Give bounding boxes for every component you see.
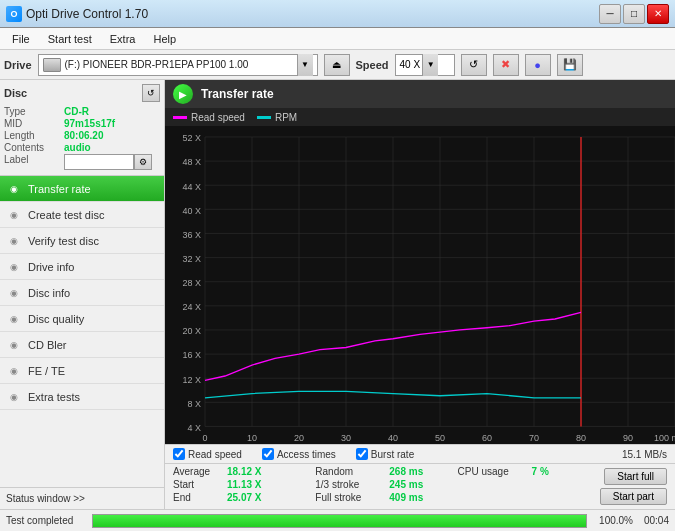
drive-text: (F:) PIONEER BDR-PR1EPA PP100 1.00 <box>65 59 293 70</box>
nav-disc-info[interactable]: ◉ Disc info <box>0 280 164 306</box>
svg-text:50: 50 <box>435 431 445 442</box>
start-part-button[interactable]: Start part <box>600 488 667 505</box>
burst-rate-value: 15.1 MB/s <box>622 449 667 460</box>
svg-text:28 X: 28 X <box>182 277 201 288</box>
menu-start-test[interactable]: Start test <box>40 31 100 47</box>
stats-stroke2-label: Full stroke <box>315 492 385 503</box>
chart-canvas: 52 X 48 X 44 X 40 X 36 X 32 X 28 X 24 X … <box>165 126 675 444</box>
cb-access-times-label: Access times <box>277 449 336 460</box>
chart-below: Read speed Access times Burst rate 15.1 … <box>165 444 675 509</box>
nav-extra-tests[interactable]: ◉ Extra tests <box>0 384 164 410</box>
nav-disc-quality-label: Disc quality <box>28 313 84 325</box>
label-settings-button[interactable]: ⚙ <box>134 154 152 170</box>
disc-type-row: Type CD-R <box>4 106 160 117</box>
eject-button[interactable]: ⏏ <box>324 54 350 76</box>
cb-burst-rate-label: Burst rate <box>371 449 414 460</box>
stats-col-mid: Random 268 ms 1/3 stroke 245 ms Full str… <box>315 466 457 507</box>
nav-cd-bler-label: CD Bler <box>28 339 67 351</box>
stats-average-value: 18.12 X <box>227 466 282 477</box>
svg-text:12 X: 12 X <box>182 373 201 384</box>
stats-end-row: End 25.07 X <box>173 492 315 503</box>
disc-contents-row: Contents audio <box>4 142 160 153</box>
svg-text:10: 10 <box>247 431 257 442</box>
menu-file[interactable]: File <box>4 31 38 47</box>
refresh-speed-button[interactable]: ↺ <box>461 54 487 76</box>
verify-test-disc-icon: ◉ <box>6 233 22 249</box>
main-layout: Disc ↺ Type CD-R MID 97m15s17f Length 80… <box>0 80 675 509</box>
svg-text:0: 0 <box>202 431 207 442</box>
speed-select[interactable]: 40 X ▼ <box>395 54 455 76</box>
nav-disc-quality[interactable]: ◉ Disc quality <box>0 306 164 332</box>
cb-access-times-input[interactable] <box>262 448 274 460</box>
drive-info-icon: ◉ <box>6 259 22 275</box>
create-test-disc-icon: ◉ <box>6 207 22 223</box>
svg-text:80: 80 <box>576 431 586 442</box>
rip-button[interactable]: ● <box>525 54 551 76</box>
disc-refresh-button[interactable]: ↺ <box>142 84 160 102</box>
speed-dropdown-arrow[interactable]: ▼ <box>422 54 438 76</box>
nav-drive-info[interactable]: ◉ Drive info <box>0 254 164 280</box>
cd-bler-icon: ◉ <box>6 337 22 353</box>
disc-title: Disc <box>4 87 27 99</box>
stats-cpu-row: CPU usage 7 % <box>458 466 600 477</box>
extra-tests-icon: ◉ <box>6 389 22 405</box>
drive-label: Drive <box>4 59 32 71</box>
nav-disc-info-label: Disc info <box>28 287 70 299</box>
chart-header: ▶ Transfer rate <box>165 80 675 108</box>
nav-items: ◉ Transfer rate ◉ Create test disc ◉ Ver… <box>0 176 164 487</box>
svg-rect-0 <box>165 126 675 444</box>
status-window-label: Status window >> <box>6 493 85 504</box>
svg-text:40: 40 <box>388 431 398 442</box>
status-window-bar[interactable]: Status window >> <box>0 487 164 509</box>
chart-title: Transfer rate <box>201 87 274 101</box>
disc-quality-icon: ◉ <box>6 311 22 327</box>
cb-access-times: Access times <box>262 448 336 460</box>
speed-value: 40 X <box>400 59 421 70</box>
disc-mid-label: MID <box>4 118 64 129</box>
menu-extra[interactable]: Extra <box>102 31 144 47</box>
chart-legend: Read speed RPM <box>165 108 675 126</box>
nav-create-test-disc-label: Create test disc <box>28 209 104 221</box>
drive-dropdown-arrow[interactable]: ▼ <box>297 54 313 76</box>
nav-cd-bler[interactable]: ◉ CD Bler <box>0 332 164 358</box>
cb-burst-rate: Burst rate <box>356 448 414 460</box>
legend-read-speed-color <box>173 116 187 119</box>
legend-rpm: RPM <box>257 112 297 123</box>
cb-burst-rate-input[interactable] <box>356 448 368 460</box>
start-full-button[interactable]: Start full <box>604 468 667 485</box>
title-bar: O Opti Drive Control 1.70 ─ □ ✕ <box>0 0 675 28</box>
disc-section: Disc ↺ Type CD-R MID 97m15s17f Length 80… <box>0 80 164 176</box>
svg-text:40 X: 40 X <box>182 204 201 215</box>
stats-stroke1-label: 1/3 stroke <box>315 479 385 490</box>
nav-create-test-disc[interactable]: ◉ Create test disc <box>0 202 164 228</box>
save-button[interactable]: 💾 <box>557 54 583 76</box>
checkboxes-row: Read speed Access times Burst rate 15.1 … <box>165 445 675 464</box>
disc-contents-label: Contents <box>4 142 64 153</box>
disc-label-label: Label <box>4 154 64 170</box>
nav-verify-test-disc[interactable]: ◉ Verify test disc <box>0 228 164 254</box>
svg-text:32 X: 32 X <box>182 253 201 264</box>
nav-transfer-rate[interactable]: ◉ Transfer rate <box>0 176 164 202</box>
stats-col-right: CPU usage 7 % <box>458 466 600 507</box>
chart-icon: ▶ <box>173 84 193 104</box>
nav-fe-te[interactable]: ◉ FE / TE <box>0 358 164 384</box>
erase-button[interactable]: ✖ <box>493 54 519 76</box>
menu-help[interactable]: Help <box>145 31 184 47</box>
bottom-bar: Test completed 100.0% 00:04 <box>0 509 675 531</box>
status-text: Test completed <box>6 515 86 526</box>
app-icon: O <box>6 6 22 22</box>
stats-stroke2-row: Full stroke 409 ms <box>315 492 457 503</box>
minimize-button[interactable]: ─ <box>599 4 621 24</box>
cb-read-speed-input[interactable] <box>173 448 185 460</box>
drive-select[interactable]: (F:) PIONEER BDR-PR1EPA PP100 1.00 ▼ <box>38 54 318 76</box>
disc-length-row: Length 80:06.20 <box>4 130 160 141</box>
disc-info-icon: ◉ <box>6 285 22 301</box>
speed-label: Speed <box>356 59 389 71</box>
maximize-button[interactable]: □ <box>623 4 645 24</box>
progress-fill <box>93 515 586 527</box>
disc-label-input[interactable] <box>64 154 134 170</box>
progress-time: 00:04 <box>639 515 669 526</box>
close-button[interactable]: ✕ <box>647 4 669 24</box>
stats-end-label: End <box>173 492 223 503</box>
legend-rpm-label: RPM <box>275 112 297 123</box>
